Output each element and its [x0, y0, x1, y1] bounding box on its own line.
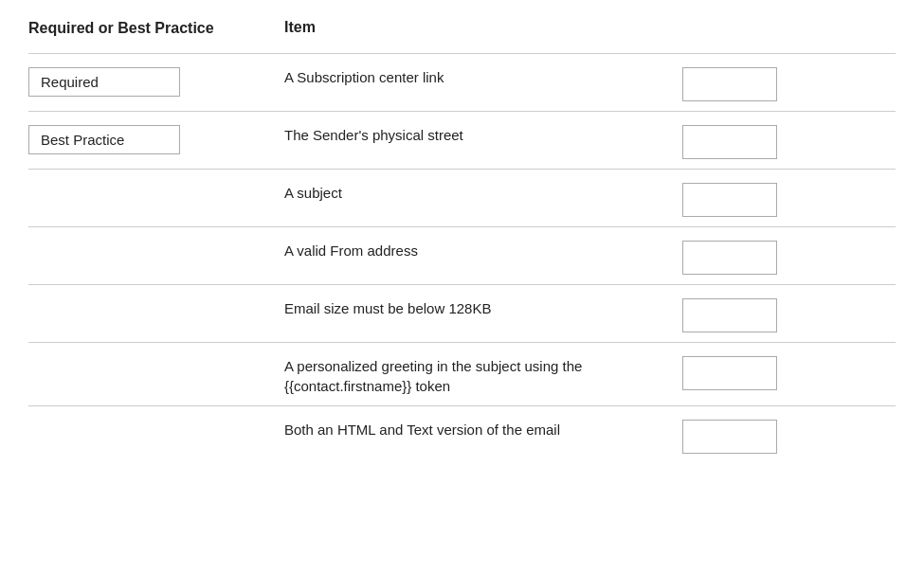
- row2-label-col: Best Practice: [28, 121, 284, 154]
- table-row: Both an HTML and Text version of the ema…: [28, 406, 896, 463]
- row5-input-box[interactable]: [682, 298, 777, 332]
- row2-item-col: The Sender's physical street: [284, 121, 682, 145]
- row1-item-col: A Subscription center link: [284, 63, 682, 87]
- page-container: Required or Best Practice Item Required …: [28, 19, 896, 463]
- row1-label-col: Required: [28, 63, 284, 97]
- row6-input-col: [682, 352, 896, 390]
- row4-item-col: A valid From address: [284, 237, 682, 260]
- required-label-box: Required: [28, 67, 180, 97]
- row4-input-col: [682, 237, 896, 275]
- row3-label-col: [28, 179, 284, 183]
- table-row: A valid From address: [28, 227, 896, 284]
- table-row: Required A Subscription center link: [28, 54, 896, 111]
- header-col3: [682, 19, 896, 39]
- row3-input-col: [682, 179, 896, 217]
- row3-input-box[interactable]: [682, 183, 777, 217]
- row7-input-box[interactable]: [682, 420, 777, 454]
- row7-item-col: Both an HTML and Text version of the ema…: [284, 416, 682, 439]
- row6-input-box[interactable]: [682, 356, 777, 390]
- best-practice-label-box: Best Practice: [28, 125, 180, 154]
- row5-input-col: [682, 295, 896, 332]
- row5-item-col: Email size must be below 128KB: [284, 295, 682, 318]
- table-row: Best Practice The Sender's physical stre…: [28, 112, 896, 169]
- row7-input-col: [682, 416, 896, 454]
- row4-label-col: [28, 237, 284, 241]
- row6-label-col: [28, 352, 284, 356]
- row1-input-box[interactable]: [682, 67, 777, 101]
- row6-item-col: A personalized greeting in the subject u…: [284, 352, 682, 396]
- table-header: Required or Best Practice Item: [28, 19, 896, 48]
- row1-input-col: [682, 63, 896, 101]
- row3-item-col: A subject: [284, 179, 682, 203]
- row4-input-box[interactable]: [682, 241, 777, 275]
- row2-input-box[interactable]: [682, 125, 777, 159]
- row7-label-col: [28, 416, 284, 420]
- table-row: Email size must be below 128KB: [28, 285, 896, 342]
- header-col1: Required or Best Practice: [28, 19, 284, 39]
- table-row: A subject: [28, 170, 896, 226]
- table-row: A personalized greeting in the subject u…: [28, 343, 896, 405]
- row5-label-col: [28, 295, 284, 298]
- row2-input-col: [682, 121, 896, 159]
- header-col2: Item: [284, 19, 682, 39]
